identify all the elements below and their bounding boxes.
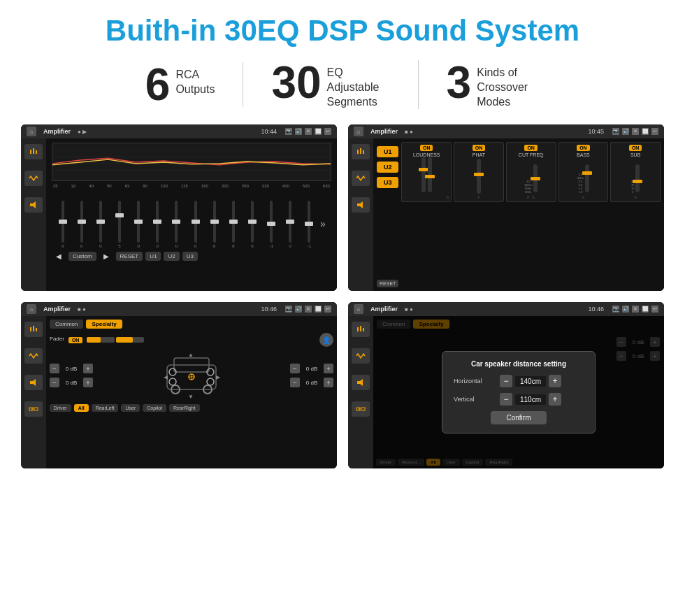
svg-point-30 [207, 378, 214, 385]
db-val-2: 0 dB [62, 380, 81, 386]
loudness-channel: ON LOUDNESS -G [401, 142, 452, 202]
close-icon: ✕ [305, 128, 312, 135]
eq-icon-btn3[interactable] [24, 322, 43, 337]
loudness-on[interactable]: ON [420, 145, 433, 151]
plus-btn-1[interactable]: + [83, 364, 93, 373]
horizontal-minus[interactable]: − [500, 375, 512, 387]
svg-rect-41 [357, 381, 360, 384]
wave-icon-btn2[interactable] [352, 171, 370, 186]
eq-reset-btn[interactable]: RESET [116, 252, 143, 261]
horizontal-value: 140cm [515, 376, 546, 387]
screen2-indicators: ■ ● [405, 129, 413, 135]
screenshots-grid: ⌂ Amplifier ● ▶ 10:44 📷 🔊 ✕ ⬜ ↩ [21, 124, 664, 468]
reset-btn[interactable]: RESET [377, 280, 398, 287]
svg-text:▶: ▶ [216, 374, 221, 380]
u2-btn[interactable]: U2 [377, 162, 398, 173]
speaker-icon-btn3[interactable] [24, 375, 43, 390]
home-icon: ⌂ [27, 127, 36, 136]
close-icon2: ✕ [632, 128, 639, 135]
phat-on[interactable]: ON [473, 145, 486, 151]
vertical-plus[interactable]: + [549, 393, 561, 406]
svg-rect-40 [363, 328, 364, 331]
cutfreq-labels: FG [527, 195, 535, 199]
home-icon3: ⌂ [27, 304, 36, 314]
eq-u2-btn[interactable]: U2 [164, 252, 179, 261]
minus-btn-4[interactable]: − [290, 378, 300, 387]
db-val-3: 0 dB [302, 366, 322, 372]
copilot-btn[interactable]: Copilot [143, 404, 166, 412]
fader-on-badge[interactable]: ON [68, 337, 83, 343]
minus-btn-3[interactable]: − [290, 364, 300, 373]
speaker-icon-btn[interactable] [24, 197, 43, 213]
svg-rect-18 [30, 381, 33, 384]
wave-icon-btn[interactable] [24, 171, 43, 186]
cutfreq-sliders: 3.0 100Hz 80Hz 60Hz [524, 159, 538, 194]
plus-btn-3[interactable]: + [324, 364, 333, 373]
svg-rect-0 [30, 150, 31, 154]
speaker-icon-btn2[interactable] [352, 197, 370, 213]
fader-bottom-btns: Driver All RearLeft User Copilot RearRig… [50, 404, 333, 412]
cutfreq-on[interactable]: ON [524, 145, 538, 151]
svg-rect-39 [360, 326, 361, 331]
minus-btn-2[interactable]: − [50, 378, 59, 387]
fader-bars [87, 337, 144, 343]
bass-on[interactable]: ON [577, 145, 590, 151]
horizontal-plus[interactable]: + [549, 375, 561, 387]
all-btn[interactable]: All [74, 404, 89, 412]
bass-name: BASS [577, 152, 590, 157]
u3-btn[interactable]: U3 [377, 177, 398, 188]
vertical-value: 110cm [515, 394, 546, 405]
eq-next-btn[interactable]: ▶ [99, 251, 113, 262]
plus-btn-2[interactable]: + [83, 378, 93, 387]
eq-icon-btn4[interactable] [352, 322, 370, 337]
home-icon4: ⌂ [354, 304, 363, 314]
u1-btn[interactable]: U1 [377, 146, 398, 157]
rear-right-btn[interactable]: RearRight [169, 404, 200, 412]
sub-on[interactable]: ON [629, 145, 642, 151]
screen-eq: ⌂ Amplifier ● ▶ 10:44 📷 🔊 ✕ ⬜ ↩ [21, 124, 337, 291]
db-car-section: − 0 dB + − 0 dB + [50, 351, 333, 400]
screen-dialog: ⌂ Amplifier ■ ● 10:46 📷 🔊 ✕ ⬜ ↩ [348, 302, 664, 468]
svg-marker-42 [360, 379, 363, 386]
eq-u3-btn[interactable]: U3 [182, 252, 198, 261]
confirm-button[interactable]: Confirm [491, 411, 547, 424]
minus-btn-1[interactable]: − [50, 364, 59, 373]
screen3-topbar: ⌂ Amplifier ■ ● 10:46 📷 🔊 ✕ ⬜ ↩ [21, 302, 337, 316]
svg-text:»: » [320, 218, 326, 229]
stat-rca: 6 RCA Outputs [117, 62, 244, 107]
eq-icon-btn[interactable] [24, 144, 43, 159]
plus-btn-4[interactable]: + [324, 378, 333, 387]
screen4-sidebar [348, 316, 373, 468]
bass-sliders: 3.090Hz2.52.01.51.0 [577, 159, 589, 194]
vertical-minus[interactable]: − [500, 393, 512, 406]
rear-left-btn[interactable]: RearLeft [92, 404, 119, 412]
eq-u1-btn[interactable]: U1 [145, 252, 161, 261]
user-btn[interactable]: User [121, 404, 140, 412]
back-icon2: ↩ [651, 128, 658, 135]
specialty-tab[interactable]: Specialty [86, 320, 122, 329]
expand-icon-btn3[interactable] [24, 401, 43, 417]
svg-rect-12 [363, 150, 364, 154]
dialog-vertical-label: Vertical [454, 396, 496, 403]
volume-icon3: 🔊 [295, 306, 302, 313]
reset-label[interactable]: RESET [377, 280, 398, 287]
fader-label: Fader [50, 336, 64, 342]
screen1-topbar: ⌂ Amplifier ● ▶ 10:44 📷 🔊 ✕ ⬜ ↩ [21, 124, 337, 138]
eq-prev-btn[interactable]: ◀ [52, 251, 66, 262]
screen2-title: Amplifier [370, 128, 398, 135]
svg-rect-17 [36, 328, 37, 331]
screen4-title: Amplifier [370, 306, 398, 313]
wave-icon-btn3[interactable] [24, 348, 43, 364]
driver-btn[interactable]: Driver [50, 404, 71, 412]
wave-icon-btn4[interactable] [352, 348, 370, 364]
screen2-content: U1 U2 U3 RESET ON LOUDNESS [348, 138, 664, 291]
speaker-icon-btn4[interactable] [352, 375, 370, 390]
fader-tabs: Common Specialty [50, 320, 333, 329]
common-tab[interactable]: Common [50, 320, 83, 329]
loudness-name: LOUDNESS [413, 152, 440, 157]
screen2-icons: 📷 🔊 ✕ ⬜ ↩ [612, 128, 658, 135]
eq-custom-btn[interactable]: Custom [68, 252, 96, 261]
eq-icon-btn2[interactable] [352, 144, 370, 159]
screen4-indicators: ■ ● [405, 306, 413, 313]
expand-icon-btn4[interactable] [352, 401, 370, 417]
